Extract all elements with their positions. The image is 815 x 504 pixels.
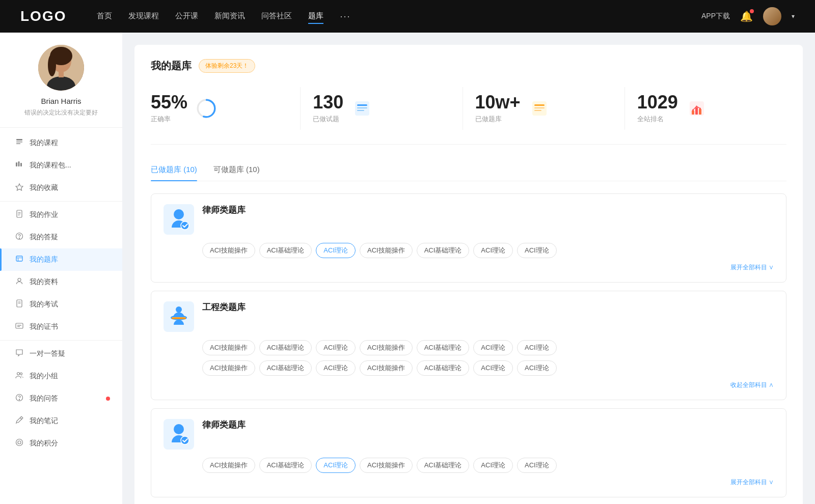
notification-bell[interactable]: 🔔 [740, 10, 753, 22]
tag-2-6[interactable]: ACI理论 [517, 458, 557, 473]
menu-item-course-package[interactable]: 我的课程包... [0, 154, 122, 177]
sidebar-menu: 我的课程 我的课程包... 我的收藏 我的作业 [0, 128, 122, 459]
tag-1-1[interactable]: ACI基础理论 [259, 340, 312, 355]
expand-btn-2[interactable]: 展开全部科目 ∨ [730, 479, 774, 486]
menu-item-questions[interactable]: 我的答疑 [0, 226, 122, 248]
menu-item-my-course[interactable]: 我的课程 [0, 132, 122, 154]
tag-1r2-6[interactable]: ACI理论 [517, 360, 557, 376]
tag-2-5[interactable]: ACI理论 [473, 458, 513, 473]
tag-1r2-3[interactable]: ACI技能操作 [360, 360, 413, 376]
tag-1-2[interactable]: ACI理论 [316, 340, 356, 355]
tab-available[interactable]: 可做题库 (10) [213, 161, 260, 181]
page-header: 我的题库 体验剩余23天！ [151, 59, 786, 73]
tag-1r2-2[interactable]: ACI理论 [316, 360, 356, 376]
tag-1r2-5[interactable]: ACI理论 [473, 360, 513, 376]
tag-2-3[interactable]: ACI技能操作 [360, 458, 413, 473]
stat-ranking-content: 1029 全站排名 [637, 93, 678, 124]
tag-1r2-4[interactable]: ACI基础理论 [417, 360, 470, 376]
bank-card-2-header: 律师类题库 [164, 419, 774, 450]
stat-accuracy-content: 55% 正确率 [151, 93, 187, 124]
stat-ranking-icon [686, 98, 708, 119]
profile-icon [14, 277, 24, 287]
tag-1-6[interactable]: ACI理论 [517, 340, 557, 355]
tag-1r2-1[interactable]: ACI基础理论 [259, 360, 312, 376]
notes-icon [14, 416, 24, 426]
svg-marker-13 [16, 184, 23, 190]
menu-item-favorites[interactable]: 我的收藏 [0, 177, 122, 199]
user-avatar[interactable] [763, 7, 781, 25]
bank-card-2: 律师类题库 ACI技能操作 ACI基础理论 ACI理论 ACI技能操作 ACI基… [151, 408, 786, 497]
engineer-icon [167, 304, 191, 329]
svg-point-56 [181, 221, 189, 230]
profile-slogan: 错误的决定比没有决定要好 [10, 108, 112, 117]
menu-label: 我的收藏 [30, 183, 58, 192]
tag-0-0[interactable]: ACI技能操作 [202, 243, 255, 258]
menu-item-bank[interactable]: 我的题库 [0, 248, 122, 271]
svg-rect-50 [695, 107, 698, 115]
menu-item-certificate[interactable]: 我的证书 [0, 316, 122, 338]
star-icon [14, 183, 24, 193]
tag-2-4[interactable]: ACI基础理论 [417, 458, 470, 473]
bank-card-0-icon [164, 204, 194, 235]
bank-card-0-tags: ACI技能操作 ACI基础理论 ACI理论 ACI技能操作 ACI基础理论 AC… [202, 243, 774, 258]
tag-1-5[interactable]: ACI理论 [473, 340, 513, 355]
stat-accuracy-icon [196, 98, 217, 119]
group-icon [14, 371, 24, 381]
accuracy-chart-icon [197, 99, 216, 118]
tab-done[interactable]: 已做题库 (10) [151, 161, 197, 181]
svg-point-60 [176, 306, 182, 313]
tag-0-3[interactable]: ACI技能操作 [360, 243, 413, 258]
menu-item-homework[interactable]: 我的作业 [0, 204, 122, 226]
nav-link-open[interactable]: 公开课 [175, 9, 198, 24]
svg-point-33 [19, 399, 19, 400]
tag-0-1[interactable]: ACI基础理论 [259, 243, 312, 258]
tag-0-5[interactable]: ACI理论 [473, 243, 513, 258]
profile-name: Brian Harris [10, 97, 112, 105]
menu-item-profile[interactable]: 我的资料 [0, 271, 122, 293]
stat-done-questions: 130 已做试题 [301, 87, 463, 130]
stats-row: 55% 正确率 130 [151, 87, 786, 145]
svg-rect-41 [357, 104, 367, 106]
questions-list-icon [353, 99, 371, 118]
nav-right: APP下载 🔔 ▾ [701, 7, 795, 25]
nav-link-discover[interactable]: 发现课程 [128, 9, 159, 24]
user-menu-chevron[interactable]: ▾ [792, 13, 795, 20]
svg-rect-6 [59, 70, 64, 77]
expand-btn-1[interactable]: 收起全部科目 ∧ [730, 381, 774, 388]
tag-2-0[interactable]: ACI技能操作 [202, 458, 255, 473]
nav-link-home[interactable]: 首页 [97, 9, 112, 24]
page-body: Brian Harris 错误的决定比没有决定要好 我的课程 我的课程包... [0, 33, 815, 504]
nav-link-more[interactable]: ··· [340, 9, 350, 24]
menu-item-points[interactable]: 我的积分 [0, 432, 122, 455]
points-icon [14, 438, 24, 449]
menu-item-myqa[interactable]: 我的问答 [0, 387, 122, 410]
nav-link-bank[interactable]: 题库 [308, 9, 323, 24]
logo: LOGO [20, 8, 66, 24]
avatar-placeholder [38, 45, 84, 91]
stat-done-banks-content: 10w+ 已做题库 [475, 93, 521, 124]
menu-item-1on1[interactable]: 一对一答疑 [0, 343, 122, 365]
bank-card-1-header: 工程类题库 [164, 301, 774, 332]
tag-2-2[interactable]: ACI理论 [316, 458, 356, 473]
menu-item-exam[interactable]: 我的考试 [0, 293, 122, 316]
tag-0-2[interactable]: ACI理论 [316, 243, 356, 258]
chat-icon [14, 349, 24, 359]
tag-2-1[interactable]: ACI基础理论 [259, 458, 312, 473]
course-icon [14, 138, 24, 148]
app-download-button[interactable]: APP下载 [701, 12, 730, 21]
expand-btn-0[interactable]: 展开全部科目 ∨ [730, 264, 774, 271]
tag-1-4[interactable]: ACI基础理论 [417, 340, 470, 355]
tag-1-0[interactable]: ACI技能操作 [202, 340, 255, 355]
nav-link-qa[interactable]: 问答社区 [261, 9, 292, 24]
tag-1r2-0[interactable]: ACI技能操作 [202, 360, 255, 376]
tag-1-3[interactable]: ACI技能操作 [360, 340, 413, 355]
menu-label: 我的问答 [30, 394, 58, 403]
menu-item-notes[interactable]: 我的笔记 [0, 410, 122, 432]
menu-item-group[interactable]: 我的小组 [0, 365, 122, 387]
nav-link-news[interactable]: 新闻资讯 [214, 9, 245, 24]
bank-card-0-name: 律师类题库 [202, 204, 774, 216]
stat-done-banks-icon [529, 98, 550, 119]
sidebar: Brian Harris 错误的决定比没有决定要好 我的课程 我的课程包... [0, 33, 122, 504]
tag-0-6[interactable]: ACI理论 [517, 243, 557, 258]
tag-0-4[interactable]: ACI基础理论 [417, 243, 470, 258]
